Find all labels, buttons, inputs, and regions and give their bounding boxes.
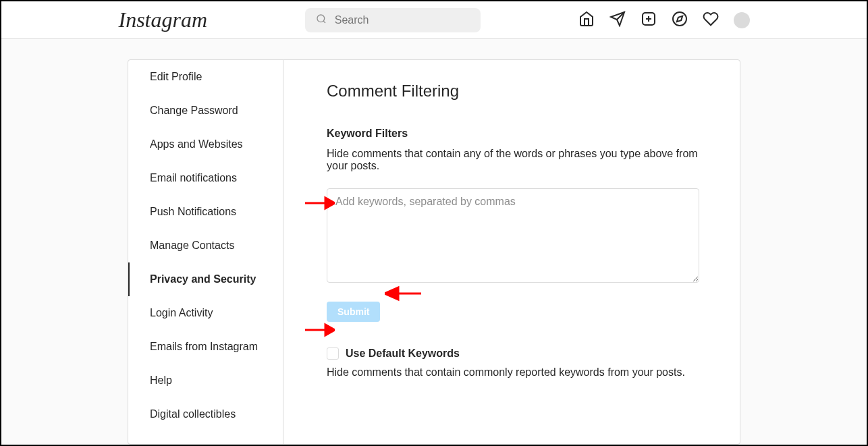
main-content: Comment Filtering Keyword Filters Hide c… (283, 60, 740, 444)
sidebar-item-edit-profile[interactable]: Edit Profile (128, 60, 283, 94)
sidebar-item-apps-websites[interactable]: Apps and Websites (128, 128, 283, 161)
svg-line-1 (323, 21, 325, 23)
keyword-filters-description: Hide comments that contain any of the wo… (327, 148, 699, 172)
nav-icons (578, 11, 750, 30)
home-icon[interactable] (578, 11, 595, 30)
sidebar-item-help[interactable]: Help (128, 364, 283, 397)
keywords-textarea[interactable] (327, 188, 699, 283)
default-keywords-label: Use Default Keywords (346, 347, 460, 360)
sidebar-item-digital-collectibles[interactable]: Digital collectibles (128, 397, 283, 431)
svg-point-0 (317, 15, 325, 22)
search-icon (316, 13, 327, 27)
sidebar-item-change-password[interactable]: Change Password (128, 94, 283, 128)
svg-marker-8 (676, 16, 682, 21)
logo[interactable]: Instagram (119, 7, 208, 32)
default-keywords-description: Hide comments that contain commonly repo… (327, 366, 699, 379)
avatar[interactable] (734, 12, 750, 28)
sidebar-item-push-notifications[interactable]: Push Notifications (128, 195, 283, 229)
sidebar-item-emails-instagram[interactable]: Emails from Instagram (128, 330, 283, 364)
header-inner: Instagram (105, 7, 763, 32)
default-keywords-checkbox[interactable] (327, 347, 339, 360)
sidebar-item-email-notifications[interactable]: Email notifications (128, 161, 283, 195)
sidebar-item-login-activity[interactable]: Login Activity (128, 296, 283, 330)
page-title: Comment Filtering (327, 82, 699, 101)
sidebar-item-privacy-security[interactable]: Privacy and Security (128, 262, 283, 296)
messenger-icon[interactable] (609, 11, 626, 30)
sidebar: Edit Profile Change Password Apps and We… (128, 60, 283, 444)
activity-icon[interactable] (703, 11, 719, 30)
default-keywords-row: Use Default Keywords (327, 347, 699, 360)
search-container[interactable] (305, 8, 481, 32)
new-post-icon[interactable] (641, 11, 657, 30)
content-wrapper: Edit Profile Change Password Apps and We… (1, 39, 867, 445)
svg-point-7 (673, 12, 686, 26)
sidebar-item-manage-contacts[interactable]: Manage Contacts (128, 229, 283, 262)
search-input[interactable] (335, 14, 470, 26)
keyword-filters-label: Keyword Filters (327, 128, 699, 140)
submit-button[interactable]: Submit (327, 302, 380, 322)
settings-container: Edit Profile Change Password Apps and We… (128, 59, 740, 445)
header: Instagram (1, 1, 867, 39)
explore-icon[interactable] (672, 11, 688, 30)
